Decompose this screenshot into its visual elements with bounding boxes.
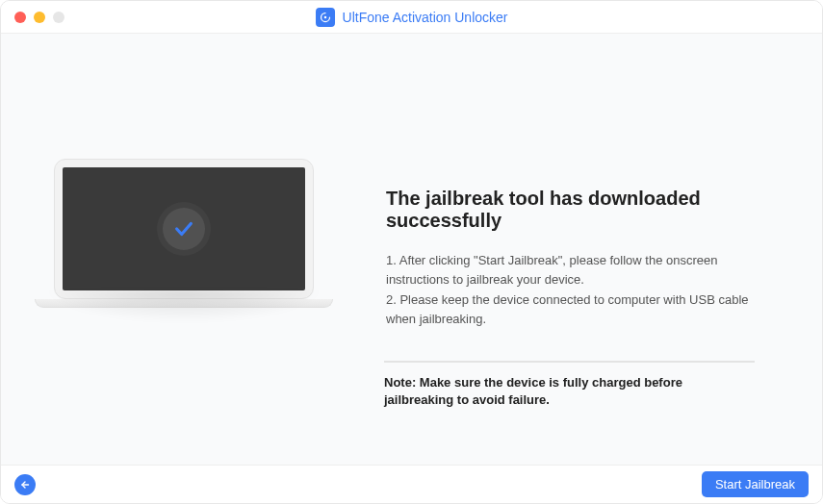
text-column: The jailbreak tool has downloaded succes… — [367, 34, 822, 330]
app-logo-icon — [316, 8, 335, 27]
note-section: Note: Make sure the device is fully char… — [384, 361, 755, 409]
window-title: UltFone Activation Unlocker — [343, 10, 508, 25]
illustration-column — [1, 34, 367, 308]
close-window-button[interactable] — [14, 12, 26, 23]
arrow-left-icon — [19, 479, 31, 491]
content-area: The jailbreak tool has downloaded succes… — [1, 34, 822, 465]
note-text: Note: Make sure the device is fully char… — [384, 374, 755, 409]
divider — [384, 361, 755, 363]
svg-point-0 — [323, 15, 326, 18]
page-title: The jailbreak tool has downloaded succes… — [386, 188, 755, 232]
start-jailbreak-button[interactable]: Start Jailbreak — [702, 471, 809, 497]
titlebar: UltFone Activation Unlocker — [1, 1, 822, 34]
window-title-group: UltFone Activation Unlocker — [316, 8, 508, 27]
minimize-window-button[interactable] — [34, 12, 45, 23]
window-controls — [14, 12, 64, 23]
footer: Start Jailbreak — [1, 465, 822, 503]
maximize-window-button[interactable] — [53, 12, 64, 23]
back-button[interactable] — [14, 474, 36, 495]
instruction-line-2: 2. Please keep the device connected to c… — [386, 290, 755, 328]
instruction-line-1: 1. After clicking "Start Jailbreak", ple… — [386, 251, 755, 289]
laptop-illustration — [54, 159, 314, 308]
checkmark-icon — [163, 208, 205, 250]
